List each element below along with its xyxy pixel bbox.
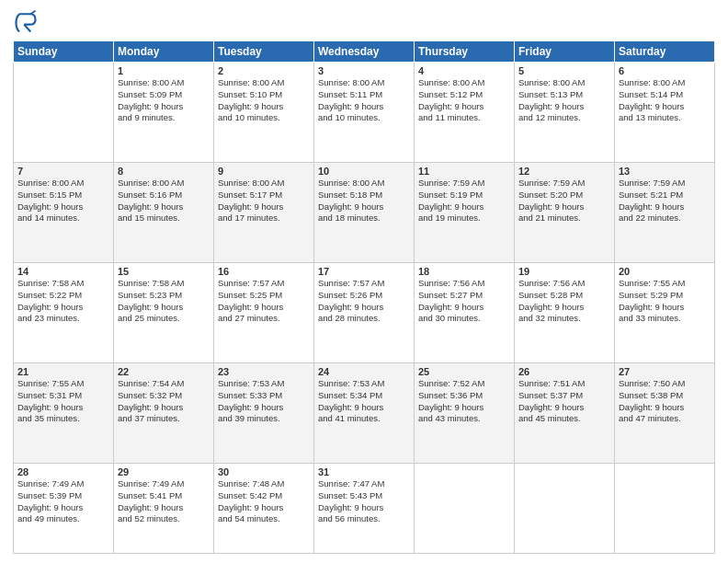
calendar-week-row: 28Sunrise: 7:49 AM Sunset: 5:39 PM Dayli… [14,463,715,553]
day-detail: Sunrise: 8:00 AM Sunset: 5:11 PM Dayligh… [318,77,410,124]
day-detail: Sunrise: 7:58 AM Sunset: 5:22 PM Dayligh… [17,278,109,325]
day-detail: Sunrise: 7:58 AM Sunset: 5:23 PM Dayligh… [118,278,210,325]
day-number: 18 [418,266,510,277]
day-detail: Sunrise: 8:00 AM Sunset: 5:09 PM Dayligh… [118,77,210,124]
calendar-day-10: 10Sunrise: 8:00 AM Sunset: 5:18 PM Dayli… [314,162,415,262]
day-number: 3 [318,65,410,76]
header-saturday: Saturday [615,41,715,63]
calendar-table: SundayMondayTuesdayWednesdayThursdayFrid… [13,40,715,554]
calendar-day-3: 3Sunrise: 8:00 AM Sunset: 5:11 PM Daylig… [314,63,415,163]
calendar-day-21: 21Sunrise: 7:55 AM Sunset: 5:31 PM Dayli… [14,362,114,463]
day-detail: Sunrise: 7:59 AM Sunset: 5:20 PM Dayligh… [518,178,610,224]
day-detail: Sunrise: 7:51 AM Sunset: 5:37 PM Dayligh… [518,378,610,425]
calendar-day-2: 2Sunrise: 8:00 AM Sunset: 5:10 PM Daylig… [214,63,314,163]
empty-cell [515,463,615,553]
day-number: 24 [318,366,410,377]
day-number: 11 [418,166,510,177]
day-number: 30 [218,466,310,477]
calendar-day-29: 29Sunrise: 7:49 AM Sunset: 5:41 PM Dayli… [114,463,214,553]
day-number: 5 [518,65,610,76]
day-number: 25 [418,366,510,377]
calendar-week-row: 21Sunrise: 7:55 AM Sunset: 5:31 PM Dayli… [14,362,715,463]
day-detail: Sunrise: 7:55 AM Sunset: 5:31 PM Dayligh… [17,378,109,425]
calendar-week-row: 14Sunrise: 7:58 AM Sunset: 5:22 PM Dayli… [14,262,715,362]
day-detail: Sunrise: 7:47 AM Sunset: 5:43 PM Dayligh… [318,478,410,525]
header-friday: Friday [515,41,615,63]
calendar-day-6: 6Sunrise: 8:00 AM Sunset: 5:14 PM Daylig… [615,63,715,163]
day-detail: Sunrise: 7:53 AM Sunset: 5:34 PM Dayligh… [318,378,410,425]
calendar-day-25: 25Sunrise: 7:52 AM Sunset: 5:36 PM Dayli… [415,362,515,463]
header-wednesday: Wednesday [314,41,415,63]
day-number: 7 [17,166,109,177]
calendar-day-24: 24Sunrise: 7:53 AM Sunset: 5:34 PM Dayli… [314,362,415,463]
day-detail: Sunrise: 7:54 AM Sunset: 5:32 PM Dayligh… [118,378,210,425]
day-number: 21 [17,366,109,377]
calendar-day-5: 5Sunrise: 8:00 AM Sunset: 5:13 PM Daylig… [515,63,615,163]
empty-cell [615,463,715,553]
calendar-day-28: 28Sunrise: 7:49 AM Sunset: 5:39 PM Dayli… [14,463,114,553]
calendar-day-31: 31Sunrise: 7:47 AM Sunset: 5:43 PM Dayli… [314,463,415,553]
day-detail: Sunrise: 8:00 AM Sunset: 5:16 PM Dayligh… [118,178,210,224]
header-tuesday: Tuesday [214,41,314,63]
day-number: 22 [118,366,210,377]
day-number: 31 [318,466,410,477]
calendar-day-11: 11Sunrise: 7:59 AM Sunset: 5:19 PM Dayli… [415,162,515,262]
calendar-day-16: 16Sunrise: 7:57 AM Sunset: 5:25 PM Dayli… [214,262,314,362]
empty-cell [415,463,515,553]
day-detail: Sunrise: 7:56 AM Sunset: 5:27 PM Dayligh… [418,278,510,325]
day-detail: Sunrise: 8:00 AM Sunset: 5:10 PM Dayligh… [218,77,310,124]
calendar-day-13: 13Sunrise: 7:59 AM Sunset: 5:21 PM Dayli… [615,162,715,262]
day-detail: Sunrise: 7:52 AM Sunset: 5:36 PM Dayligh… [418,378,510,425]
calendar-day-26: 26Sunrise: 7:51 AM Sunset: 5:37 PM Dayli… [515,362,615,463]
day-detail: Sunrise: 7:59 AM Sunset: 5:19 PM Dayligh… [418,178,510,224]
logo-icon [13,9,39,35]
day-number: 10 [318,166,410,177]
day-number: 16 [218,266,310,277]
calendar-day-12: 12Sunrise: 7:59 AM Sunset: 5:20 PM Dayli… [515,162,615,262]
calendar-day-7: 7Sunrise: 8:00 AM Sunset: 5:15 PM Daylig… [14,162,114,262]
header-monday: Monday [114,41,214,63]
day-number: 29 [118,466,210,477]
calendar-week-row: 1Sunrise: 8:00 AM Sunset: 5:09 PM Daylig… [14,63,715,163]
calendar-day-23: 23Sunrise: 7:53 AM Sunset: 5:33 PM Dayli… [214,362,314,463]
day-detail: Sunrise: 7:48 AM Sunset: 5:42 PM Dayligh… [218,478,310,525]
day-detail: Sunrise: 8:00 AM Sunset: 5:13 PM Dayligh… [518,77,610,124]
day-number: 12 [518,166,610,177]
calendar-week-row: 7Sunrise: 8:00 AM Sunset: 5:15 PM Daylig… [14,162,715,262]
day-detail: Sunrise: 8:00 AM Sunset: 5:17 PM Dayligh… [218,178,310,224]
day-detail: Sunrise: 7:57 AM Sunset: 5:25 PM Dayligh… [218,278,310,325]
calendar-day-9: 9Sunrise: 8:00 AM Sunset: 5:17 PM Daylig… [214,162,314,262]
calendar-day-20: 20Sunrise: 7:55 AM Sunset: 5:29 PM Dayli… [615,262,715,362]
day-detail: Sunrise: 8:00 AM Sunset: 5:18 PM Dayligh… [318,178,410,224]
day-number: 1 [118,65,210,76]
calendar-day-18: 18Sunrise: 7:56 AM Sunset: 5:27 PM Dayli… [415,262,515,362]
day-number: 4 [418,65,510,76]
day-number: 15 [118,266,210,277]
calendar-day-19: 19Sunrise: 7:56 AM Sunset: 5:28 PM Dayli… [515,262,615,362]
day-detail: Sunrise: 7:55 AM Sunset: 5:29 PM Dayligh… [619,278,711,325]
calendar-day-14: 14Sunrise: 7:58 AM Sunset: 5:22 PM Dayli… [14,262,114,362]
day-detail: Sunrise: 7:59 AM Sunset: 5:21 PM Dayligh… [619,178,711,224]
calendar-day-27: 27Sunrise: 7:50 AM Sunset: 5:38 PM Dayli… [615,362,715,463]
page-header [13,9,715,35]
empty-cell [14,63,114,163]
day-number: 23 [218,366,310,377]
day-number: 2 [218,65,310,76]
calendar-day-1: 1Sunrise: 8:00 AM Sunset: 5:09 PM Daylig… [114,63,214,163]
day-detail: Sunrise: 7:56 AM Sunset: 5:28 PM Dayligh… [518,278,610,325]
calendar-header-row: SundayMondayTuesdayWednesdayThursdayFrid… [14,41,715,63]
calendar-day-30: 30Sunrise: 7:48 AM Sunset: 5:42 PM Dayli… [214,463,314,553]
day-detail: Sunrise: 8:00 AM Sunset: 5:15 PM Dayligh… [17,178,109,224]
day-number: 13 [619,166,711,177]
day-detail: Sunrise: 7:49 AM Sunset: 5:39 PM Dayligh… [17,478,109,525]
day-number: 27 [619,366,711,377]
day-number: 28 [17,466,109,477]
calendar-day-17: 17Sunrise: 7:57 AM Sunset: 5:26 PM Dayli… [314,262,415,362]
header-thursday: Thursday [415,41,515,63]
day-detail: Sunrise: 7:50 AM Sunset: 5:38 PM Dayligh… [619,378,711,425]
day-detail: Sunrise: 7:57 AM Sunset: 5:26 PM Dayligh… [318,278,410,325]
calendar-day-22: 22Sunrise: 7:54 AM Sunset: 5:32 PM Dayli… [114,362,214,463]
day-detail: Sunrise: 7:49 AM Sunset: 5:41 PM Dayligh… [118,478,210,525]
logo [13,9,42,35]
day-number: 9 [218,166,310,177]
